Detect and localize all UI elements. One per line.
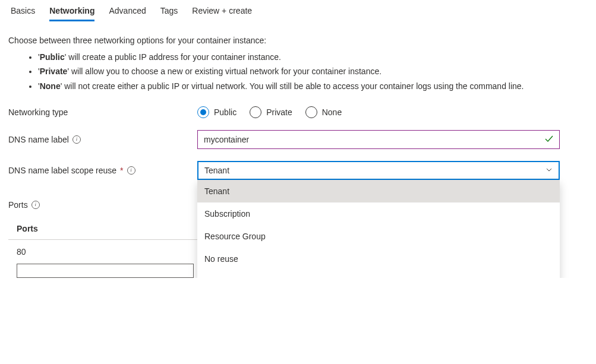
required-indicator: * bbox=[120, 166, 123, 175]
intro-text: Choose between three networking options … bbox=[8, 36, 588, 45]
networking-options-list: 'Public' will create a public IP address… bbox=[38, 51, 588, 92]
tab-advanced[interactable]: Advanced bbox=[109, 2, 146, 21]
radio-none[interactable]: None bbox=[305, 106, 342, 118]
radio-none-label: None bbox=[322, 107, 342, 117]
networking-type-radio-group: Public Private None bbox=[197, 106, 342, 118]
option-none-desc: 'None' will not create either a public I… bbox=[38, 80, 588, 92]
radio-public[interactable]: Public bbox=[197, 106, 236, 118]
scope-reuse-select[interactable]: Tenant bbox=[197, 161, 560, 180]
radio-private-control bbox=[250, 106, 261, 118]
option-public-desc: 'Public' will create a public IP address… bbox=[38, 51, 588, 63]
dns-name-input[interactable] bbox=[197, 130, 560, 149]
info-icon[interactable]: i bbox=[72, 135, 81, 144]
info-icon[interactable]: i bbox=[31, 201, 40, 209]
tab-basics[interactable]: Basics bbox=[11, 2, 35, 21]
scope-reuse-dropdown: Tenant Subscription Resource Group No re… bbox=[197, 180, 560, 278]
scope-option-any-reuse[interactable]: Any reuse (unsecure) bbox=[197, 270, 560, 278]
radio-public-control bbox=[197, 106, 209, 118]
scope-reuse-selected-value: Tenant bbox=[204, 166, 229, 175]
option-private-desc: 'Private' will allow you to choose a new… bbox=[38, 65, 588, 77]
radio-none-control bbox=[305, 106, 317, 118]
networking-type-label: Networking type bbox=[8, 107, 68, 117]
scope-reuse-label: DNS name label scope reuse bbox=[8, 166, 116, 175]
radio-public-label: Public bbox=[214, 107, 236, 117]
radio-private-label: Private bbox=[266, 107, 292, 117]
info-icon[interactable]: i bbox=[127, 166, 135, 175]
scope-option-tenant[interactable]: Tenant bbox=[197, 180, 560, 202]
tab-tags[interactable]: Tags bbox=[160, 2, 178, 21]
ports-new-input[interactable] bbox=[17, 264, 194, 278]
ports-label: Ports bbox=[8, 200, 28, 210]
radio-private[interactable]: Private bbox=[250, 106, 292, 118]
scope-option-no-reuse[interactable]: No reuse bbox=[197, 248, 560, 270]
tab-networking[interactable]: Networking bbox=[49, 2, 94, 21]
wizard-tabs: Basics Networking Advanced Tags Review +… bbox=[8, 2, 588, 21]
scope-option-subscription[interactable]: Subscription bbox=[197, 202, 560, 225]
tab-review-create[interactable]: Review + create bbox=[192, 2, 252, 21]
dns-name-label: DNS name label bbox=[8, 135, 69, 144]
scope-option-resource-group[interactable]: Resource Group bbox=[197, 225, 560, 248]
